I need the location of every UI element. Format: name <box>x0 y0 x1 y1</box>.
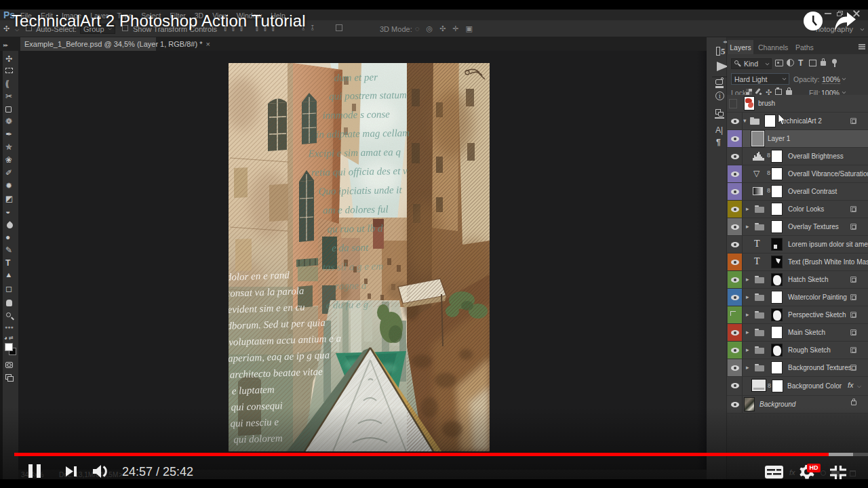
svg-text:qui postrem statum: qui postrem statum <box>329 89 407 102</box>
svg-text:qu ruo ut lb d: qu ruo ut lb d <box>328 223 383 235</box>
svg-text:innmode s conse: innmode s conse <box>323 108 391 121</box>
svg-text:tas sil a g e em: tas sil a g e em <box>322 261 383 273</box>
svg-text:dolor en e rand: dolor en e rand <box>229 270 290 283</box>
svg-text:e luptatem: e luptatem <box>232 384 275 396</box>
svg-text:Excipi e sim amat ea q: Excipi e sim amat ea q <box>308 146 401 159</box>
svg-text:e da sont: e da sont <box>332 242 369 253</box>
svg-text:retia qui officia des et v: retia qui officia des et v <box>311 165 408 178</box>
svg-text:Quo ipiciatis unde it: Quo ipiciatis unde it <box>319 184 403 197</box>
svg-text:dum et per: dum et per <box>334 72 378 83</box>
svg-text:ragne a: ragne a <box>335 280 367 291</box>
svg-text:in adiptate mag cellam: in adiptate mag cellam <box>316 127 410 140</box>
svg-text:am e dolores ful: am e dolores ful <box>323 203 389 216</box>
svg-text:e du fu e g: e du fu e g <box>326 299 368 310</box>
